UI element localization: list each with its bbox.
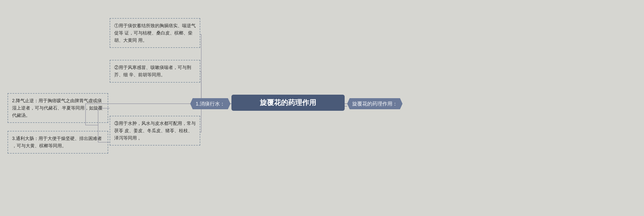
text-box-4: 2.降气止逆：用于胸痞嗳气之由脾胃气虚或痰 湿上逆者，可与代赭石、半夏等同用，如… bbox=[8, 93, 108, 123]
text-box-2: ②用于风寒感冒、咳嗽痰喘者，可与荆芥、细 辛、前胡等同用。 bbox=[110, 60, 200, 83]
center-node: 旋覆花的药理作用 bbox=[231, 95, 345, 111]
mind-map: ①用于痰饮蓄结所致的胸膈痞实、喘逆气促等 证，可与桔梗、桑白皮、槟榔、柴胡、大黄… bbox=[0, 0, 644, 216]
text-box-3: ③用于水肿，风水与皮水都可配用，常与茯苓 皮、姜皮、冬瓜皮、猪苓、桂枝、泽泻等同… bbox=[110, 116, 200, 146]
right-label-node: 旋覆花的药理作用： bbox=[347, 98, 403, 109]
text-box-1: ①用于痰饮蓄结所致的胸膈痞实、喘逆气促等 证，可与桔梗、桑白皮、槟榔、柴胡、大黄… bbox=[110, 18, 200, 48]
text-box-5: 3.通利大肠：用于大便干燥坚硬、排出困难者 ，可与大黄、槟榔等同用。 bbox=[8, 131, 108, 154]
left-label-node: 1.消痰行水： bbox=[190, 98, 230, 109]
